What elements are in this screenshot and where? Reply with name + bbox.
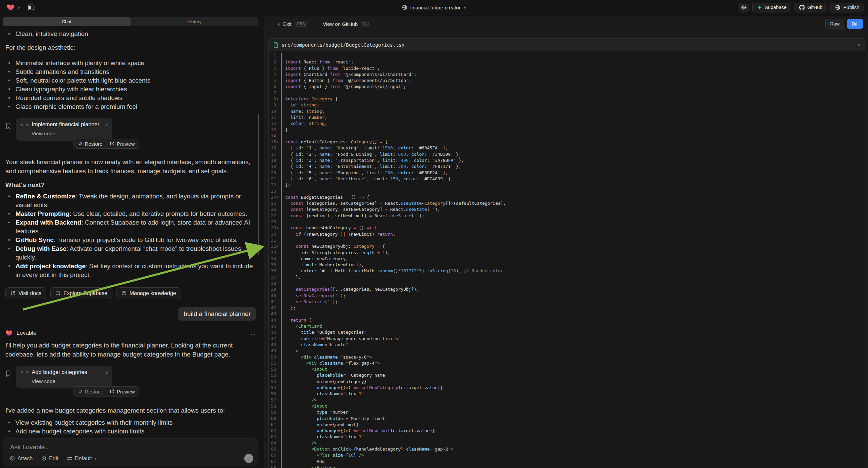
code-line-text: const newCategoryObj: Category = { xyxy=(282,243,385,250)
line-number: 32 xyxy=(271,243,276,250)
fold-chevron-icon[interactable]: ∨ xyxy=(277,139,279,145)
composer-toolbar: Attach Edit Default ∨ ↑ xyxy=(10,454,253,463)
collapse-chevron-up-icon[interactable]: ∧ xyxy=(857,42,860,47)
view-code-link[interactable]: View code xyxy=(32,130,108,137)
manage-knowledge-label: Manage knowledge xyxy=(129,290,176,296)
sidebar-toggle-button[interactable] xyxy=(26,2,36,12)
line-number: 65 xyxy=(271,446,276,452)
code-line-text: { id: '2', name: 'Food & Dining', limit:… xyxy=(282,151,461,157)
explore-supabase-button[interactable]: Explore Supabase xyxy=(50,287,113,299)
chevron-down-icon: ∨ xyxy=(95,457,97,460)
composer-input[interactable]: Ask Lovable... xyxy=(3,438,258,451)
project-chevron-down-icon: ∨ xyxy=(464,5,466,10)
preview-button[interactable]: Preview xyxy=(110,389,134,394)
raw-button[interactable]: Raw xyxy=(826,19,844,29)
code-line-text: onChange={(e) => setNewLimit(e.target.va… xyxy=(282,428,435,434)
code-line-text: const handleAddCategory = () => { xyxy=(282,225,377,231)
line-number: 1 xyxy=(274,53,276,59)
preview-button[interactable]: Preview xyxy=(110,141,134,147)
line-number: 3 xyxy=(274,65,276,71)
view-on-github-button[interactable]: View on GitHub xyxy=(323,21,358,27)
version-card-add-budget-categories[interactable]: < > Add budget categories › View code xyxy=(16,365,113,388)
project-selector[interactable]: financial-future-creator ∨ xyxy=(402,0,466,15)
code-line-text: id: string; xyxy=(282,102,319,108)
bookmark-icon[interactable] xyxy=(5,122,11,129)
assistant-text: I'll help you add budget categories to t… xyxy=(5,341,256,359)
code-line-text: className="flex-1" xyxy=(282,434,364,440)
visit-docs-button[interactable]: Visit docs xyxy=(5,287,46,299)
line-number: 62 xyxy=(271,428,276,434)
mode-selector[interactable]: Default ∨ xyxy=(67,456,97,462)
code-line-text: <div className="flex gap-4"> xyxy=(282,360,380,366)
code-line-text: <div className="space-y-6"> xyxy=(282,354,372,360)
visit-docs-label: Visit docs xyxy=(19,290,41,296)
fold-chevron-icon[interactable]: ∨ xyxy=(277,195,279,200)
version-card-implement-financial-planner[interactable]: < > Implement financial planner › View c… xyxy=(16,118,113,141)
code-line: 62 onChange={(e) => setNewLimit(e.target… xyxy=(269,428,865,434)
tab-chat[interactable]: Chat xyxy=(3,17,130,26)
line-number: 13 xyxy=(271,127,276,133)
lovable-logo-icon[interactable] xyxy=(7,3,15,11)
restore-label: Restore xyxy=(85,141,103,147)
whats-next-heading: What's next? xyxy=(5,180,256,189)
chat-scrollbar-thumb[interactable] xyxy=(258,114,259,255)
manage-knowledge-button[interactable]: Manage knowledge xyxy=(117,287,181,299)
message-menu-ellipsis-icon[interactable]: … xyxy=(250,330,256,336)
line-number: 30 xyxy=(271,231,276,237)
list-item-bold: Debug with Ease xyxy=(16,245,66,252)
view-mode-buttons: Raw Diff xyxy=(826,19,863,29)
code-line-text: { id: '6', name: 'Healthcare', limit: 15… xyxy=(282,176,453,182)
publish-button[interactable]: Publish xyxy=(830,3,864,12)
file-header[interactable]: src/components/budget/BudgetCategories.t… xyxy=(269,39,865,51)
code-line-text: } xyxy=(282,127,288,133)
code-line-text: name: string; xyxy=(282,109,324,115)
github-button[interactable]: GitHub xyxy=(795,3,827,12)
supabase-button[interactable]: Supabase xyxy=(752,3,791,12)
fold-chevron-icon[interactable]: ∨ xyxy=(277,243,279,250)
code-line-text xyxy=(282,219,285,225)
exit-button[interactable]: Exit xyxy=(283,21,291,27)
code-line: 60 placeholder="Monthly limit" xyxy=(269,416,865,422)
attach-label: Attach xyxy=(18,456,33,462)
attach-button[interactable]: Attach xyxy=(10,456,33,462)
edit-target-icon xyxy=(41,456,46,461)
explore-supabase-label: Explore Supabase xyxy=(63,290,107,296)
logo-chevron-down-icon[interactable]: ∨ xyxy=(18,5,20,10)
fold-chevron-icon[interactable]: ∨ xyxy=(277,96,279,102)
code-line-text: className="flex-1" xyxy=(282,391,364,397)
code-line: 58 <Input xyxy=(269,403,865,409)
diff-button[interactable]: Diff xyxy=(847,19,863,29)
code-line-text: /> xyxy=(282,440,317,446)
code-line-text: import React from 'react'; xyxy=(282,59,354,65)
settings-button[interactable] xyxy=(739,3,749,12)
code-line: 67 Add xyxy=(269,459,865,465)
code-line: 64 /> xyxy=(269,440,865,446)
code-line: 9 id: string; xyxy=(269,102,865,108)
restore-icon: ↺ xyxy=(78,388,83,394)
view-code-link[interactable]: View code xyxy=(32,378,108,384)
code-line-text xyxy=(282,90,285,96)
chat-composer[interactable]: Ask Lovable... Attach Edit xyxy=(3,438,258,466)
code-line: 39 setCategories([...categories, newCate… xyxy=(269,286,865,292)
code-line-text: const [categories, setCategories] = Reac… xyxy=(282,200,506,206)
list-item: Minimalist interface with plenty of whit… xyxy=(5,59,256,67)
code-line: 14 xyxy=(269,133,865,139)
list-item: Refine & Customize: Tweak the design, an… xyxy=(5,192,256,209)
next-steps-bullet-list: Refine & Customize: Tweak the design, an… xyxy=(5,192,256,279)
send-button[interactable]: ↑ xyxy=(244,454,253,463)
sliders-icon xyxy=(67,456,72,461)
design-heading: For the design aesthetic: xyxy=(5,43,256,52)
code-line: 27 const [newLimit, setNewLimit] = React… xyxy=(269,213,865,219)
restore-button[interactable]: ↺ Restore xyxy=(78,141,102,147)
code-line-text: title="Budget Categories" xyxy=(282,329,367,335)
code-line: 61 value={newLimit} xyxy=(269,422,865,428)
edit-button[interactable]: Edit xyxy=(41,456,58,462)
line-number: 49 xyxy=(271,348,276,354)
restore-button[interactable]: ↺ Restore xyxy=(78,388,102,394)
bookmark-icon[interactable] xyxy=(5,370,11,377)
tab-history[interactable]: History xyxy=(130,17,258,26)
chat-panel: Chat History Clean, intuitive navigation… xyxy=(0,15,262,468)
code-line-text: onChange={(e) => setNewCategory(e.target… xyxy=(282,385,443,391)
fold-chevron-icon[interactable]: ∨ xyxy=(277,225,279,231)
list-item: Add new budget categories with custom li… xyxy=(5,427,256,436)
